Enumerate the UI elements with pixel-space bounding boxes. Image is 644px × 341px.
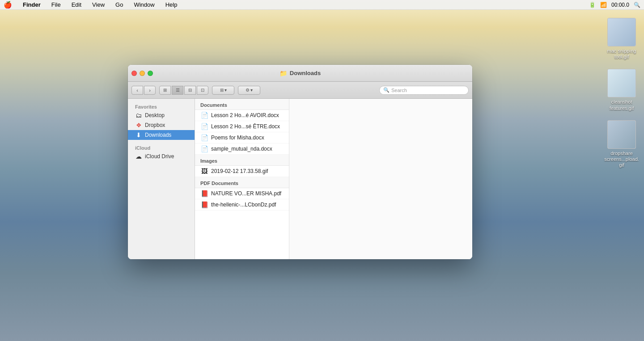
menubar-left: 🍎 Finder File Edit View Go Window Help (4, 1, 589, 9)
content-area: Favorites 🗂 Desktop ❖ Dropbox ⬇ Download… (128, 99, 472, 259)
finder-window: 📁 Downloads ‹ › ⊞ ☰ ⊟ ⊡ ⊞ ▾ ⚙ ▾ (128, 65, 472, 259)
desktop-icon-label: cleanshot features.gif (604, 99, 640, 111)
desktop-icon-sidebar: 🗂 (135, 112, 142, 119)
arrange-icon: ⊞ (220, 88, 224, 93)
window-title-text: Downloads (290, 70, 321, 76)
file-name: NATURE VO...ER MISHA.pdf (211, 190, 284, 197)
desktop-icon-thumbnail (607, 18, 636, 46)
sidebar-item-dropbox-label: Dropbox (145, 122, 165, 128)
menu-view[interactable]: View (90, 1, 106, 8)
search-bar[interactable]: 🔍 Search (379, 86, 469, 95)
pdf-icon: 📕 (200, 190, 208, 197)
file-item[interactable]: 📄 Poems for Misha.docx (195, 132, 289, 143)
minimize-button[interactable] (140, 71, 145, 76)
pdf-icon: 📕 (200, 201, 208, 208)
toolbar: ‹ › ⊞ ☰ ⊟ ⊡ ⊞ ▾ ⚙ ▾ 🔍 Search (128, 82, 472, 99)
sidebar-item-desktop[interactable]: 🗂 Desktop (128, 110, 195, 120)
nav-buttons: ‹ › (131, 86, 156, 95)
file-item[interactable]: 📄 Lesson 2 Ho...sé ÊTRE.docx (195, 121, 289, 132)
downloads-icon: ⬇ (135, 131, 142, 139)
search-icon: 🔍 (383, 87, 390, 93)
file-name: the-hellenic-...LCbonDz.pdf (211, 202, 284, 208)
menubar-search-icon[interactable]: 🔍 (634, 2, 640, 8)
menu-go[interactable]: Go (114, 1, 125, 8)
action-chevron: ▾ (250, 88, 253, 93)
menubar: 🍎 Finder File Edit View Go Window Help 🔋… (0, 0, 644, 10)
file-item[interactable]: 📕 the-hellenic-...LCbonDz.pdf (195, 199, 289, 210)
column-view-button[interactable]: ⊟ (184, 86, 196, 95)
group-header-documents: Documents (195, 99, 289, 110)
sidebar-item-dropbox[interactable]: ❖ Dropbox (128, 120, 195, 130)
docx-icon: 📄 (200, 123, 208, 130)
list-view-button[interactable]: ☰ (172, 86, 183, 95)
group-header-images: Images (195, 155, 289, 166)
menu-file[interactable]: File (50, 1, 63, 8)
file-name: 2019-02-12 17.33.58.gif (211, 168, 284, 174)
apple-menu[interactable]: 🍎 (4, 1, 12, 9)
menubar-battery-icon: 🔋 (589, 2, 596, 8)
docx-icon: 📄 (200, 112, 208, 119)
close-button[interactable] (131, 71, 137, 76)
sidebar-section-icloud: iCloud (128, 143, 195, 152)
cover-flow-button[interactable]: ⊡ (197, 86, 208, 95)
file-name: Lesson 2 Ho...sé ÊTRE.docx (211, 123, 284, 130)
traffic-lights (131, 71, 153, 76)
title-bar: 📁 Downloads (128, 65, 472, 82)
menubar-right: 🔋 📶 00:00.0 🔍 (589, 2, 640, 8)
desktop-icon-label: dropshare screens...pload.gif (604, 151, 640, 168)
desktop-icon-dropshare[interactable]: dropshare screens...pload.gif (604, 120, 640, 168)
gif-icon: 🖼 (200, 168, 208, 175)
sidebar: Favorites 🗂 Desktop ❖ Dropbox ⬇ Download… (128, 99, 195, 259)
icloud-icon: ☁ (135, 153, 142, 160)
arrange-button[interactable]: ⊞ ▾ (212, 86, 234, 95)
file-item[interactable]: 🖼 2019-02-12 17.33.58.gif (195, 166, 289, 177)
file-name: sample_mutual_nda.docx (211, 146, 284, 152)
action-button[interactable]: ⚙ ▾ (238, 86, 260, 95)
maximize-button[interactable] (148, 71, 153, 76)
desktop-icon-label: mac snipping tool.gif (604, 48, 640, 60)
gear-icon: ⚙ (246, 88, 250, 93)
menu-help[interactable]: Help (164, 1, 179, 8)
sidebar-item-downloads[interactable]: ⬇ Downloads (128, 130, 195, 140)
forward-button[interactable]: › (144, 86, 156, 95)
docx-icon: 📄 (200, 134, 208, 141)
file-item[interactable]: 📄 sample_mutual_nda.docx (195, 143, 289, 155)
desktop-icon-mac-snipping[interactable]: mac snipping tool.gif (604, 18, 640, 60)
desktop-icon-thumbnail (607, 120, 636, 149)
menubar-wifi-icon: 📶 (600, 2, 607, 8)
docx-icon: 📄 (200, 145, 208, 152)
sidebar-item-icloud-drive[interactable]: ☁ iCloud Drive (128, 152, 195, 161)
file-item[interactable]: 📄 Lesson 2 Ho...é AVOIR.docx (195, 110, 289, 121)
icon-view-button[interactable]: ⊞ (159, 86, 171, 95)
sidebar-section-favorites: Favorites (128, 102, 195, 110)
file-name: Lesson 2 Ho...é AVOIR.docx (211, 112, 284, 118)
search-placeholder: Search (391, 88, 407, 93)
file-area: Documents 📄 Lesson 2 Ho...é AVOIR.docx 📄… (195, 99, 289, 259)
view-buttons: ⊞ ☰ ⊟ ⊡ (159, 86, 208, 95)
dropbox-icon: ❖ (135, 122, 142, 129)
menu-edit[interactable]: Edit (70, 1, 83, 8)
menubar-time: 00:00.0 (611, 2, 629, 8)
window-title: 📁 Downloads (280, 70, 321, 77)
group-header-pdf: PDF Documents (195, 177, 289, 188)
desktop-icon-thumbnail (607, 69, 636, 97)
folder-icon: 📁 (280, 70, 287, 77)
menu-finder[interactable]: Finder (21, 1, 42, 8)
back-button[interactable]: ‹ (131, 86, 143, 95)
arrange-chevron: ▾ (225, 88, 227, 93)
desktop: 🍎 Finder File Edit View Go Window Help 🔋… (0, 0, 644, 341)
sidebar-item-icloud-label: iCloud Drive (145, 153, 174, 160)
sidebar-item-desktop-label: Desktop (145, 112, 165, 118)
file-item[interactable]: 📕 NATURE VO...ER MISHA.pdf (195, 188, 289, 199)
desktop-icons: mac snipping tool.gif cleanshot features… (604, 18, 640, 168)
desktop-icon-cleanshot[interactable]: cleanshot features.gif (604, 69, 640, 111)
menu-window[interactable]: Window (132, 1, 156, 8)
file-name: Poems for Misha.docx (211, 135, 284, 141)
detail-panel (289, 99, 472, 259)
sidebar-item-downloads-label: Downloads (145, 132, 171, 138)
